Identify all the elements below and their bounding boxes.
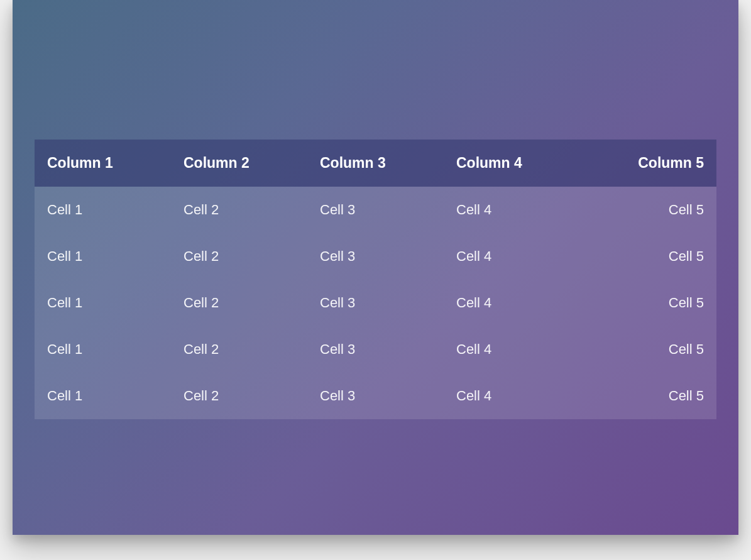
table-cell: Cell 5	[580, 373, 716, 419]
table-cell: Cell 2	[171, 187, 307, 233]
table-header-row: Column 1 Column 2 Column 3 Column 4 Colu…	[35, 140, 716, 187]
table-row: Cell 1 Cell 2 Cell 3 Cell 4 Cell 5	[35, 280, 716, 326]
table-cell: Cell 4	[444, 326, 580, 373]
table-cell: Cell 1	[35, 280, 171, 326]
gradient-card: Column 1 Column 2 Column 3 Column 4 Colu…	[13, 0, 738, 535]
data-table: Column 1 Column 2 Column 3 Column 4 Colu…	[35, 140, 716, 419]
table-container: Column 1 Column 2 Column 3 Column 4 Colu…	[35, 140, 716, 419]
column-header[interactable]: Column 2	[171, 140, 307, 187]
table-cell: Cell 2	[171, 373, 307, 419]
table-cell: Cell 4	[444, 280, 580, 326]
table-cell: Cell 1	[35, 373, 171, 419]
table-cell: Cell 3	[307, 373, 444, 419]
table-row: Cell 1 Cell 2 Cell 3 Cell 4 Cell 5	[35, 233, 716, 280]
table-cell: Cell 5	[580, 280, 716, 326]
table-cell: Cell 3	[307, 280, 444, 326]
column-header[interactable]: Column 1	[35, 140, 171, 187]
table-cell: Cell 3	[307, 326, 444, 373]
column-header[interactable]: Column 3	[307, 140, 444, 187]
table-cell: Cell 5	[580, 326, 716, 373]
table-cell: Cell 2	[171, 233, 307, 280]
table-row: Cell 1 Cell 2 Cell 3 Cell 4 Cell 5	[35, 187, 716, 233]
table-cell: Cell 4	[444, 187, 580, 233]
table-cell: Cell 5	[580, 187, 716, 233]
table-cell: Cell 4	[444, 373, 580, 419]
table-cell: Cell 2	[171, 326, 307, 373]
table-row: Cell 1 Cell 2 Cell 3 Cell 4 Cell 5	[35, 326, 716, 373]
table-cell: Cell 1	[35, 187, 171, 233]
table-cell: Cell 3	[307, 187, 444, 233]
table-cell: Cell 1	[35, 326, 171, 373]
column-header[interactable]: Column 4	[444, 140, 580, 187]
table-cell: Cell 5	[580, 233, 716, 280]
table-cell: Cell 2	[171, 280, 307, 326]
column-header[interactable]: Column 5	[580, 140, 716, 187]
table-cell: Cell 3	[307, 233, 444, 280]
table-cell: Cell 1	[35, 233, 171, 280]
table-row: Cell 1 Cell 2 Cell 3 Cell 4 Cell 5	[35, 373, 716, 419]
table-cell: Cell 4	[444, 233, 580, 280]
